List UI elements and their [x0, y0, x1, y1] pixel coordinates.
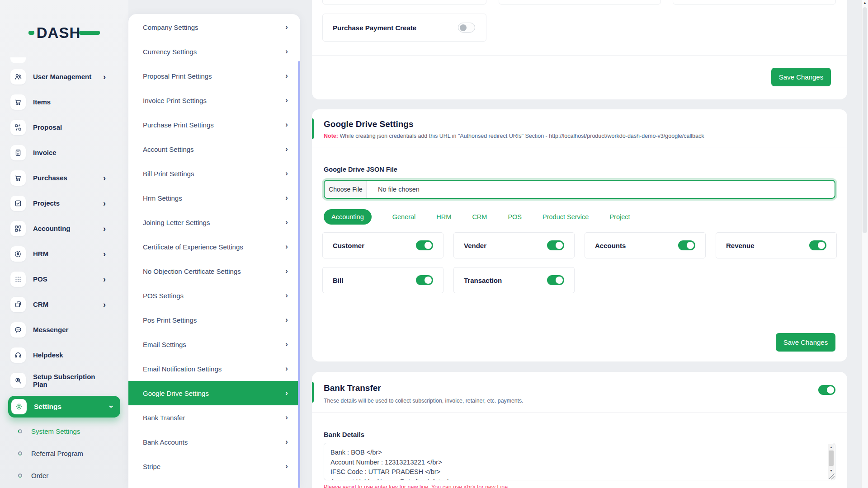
google-drive-json-file-input[interactable]: Choose File No file chosen: [324, 180, 835, 199]
settings-nav-item-paypal[interactable]: Paypal›: [128, 479, 300, 488]
settings-nav-item-purchase-print-settings[interactable]: Purchase Print Settings›: [128, 113, 300, 137]
sidebar-item-crm[interactable]: CRM›: [0, 292, 128, 317]
module-cell-transaction: Transaction: [453, 267, 575, 293]
sidebar-item-projects[interactable]: Projects›: [0, 191, 128, 216]
settings-nav-item-account-settings[interactable]: Account Settings›: [128, 137, 300, 161]
submenu-item-system-settings[interactable]: System Settings: [0, 420, 128, 442]
revenue-toggle[interactable]: [809, 240, 826, 250]
settings-nav-item-proposal-print-settings[interactable]: Proposal Print Settings›: [128, 64, 300, 88]
settings-nav-item-bank-accounts[interactable]: Bank Accounts›: [128, 430, 300, 454]
scrollbar-thumb[interactable]: [863, 7, 867, 233]
note-label: Note:: [324, 133, 338, 139]
chevron-right-icon: ›: [285, 96, 288, 105]
scroll-up-icon[interactable]: ▲: [862, 1, 868, 5]
sidebar-item-messenger[interactable]: Messenger: [0, 317, 128, 343]
tab-product-service[interactable]: Product Service: [542, 213, 589, 221]
bill-toggle[interactable]: [416, 275, 433, 285]
gear-icon: [11, 399, 27, 414]
purchase-payment-create-label: Purchase Payment Create: [333, 24, 416, 32]
resize-handle-icon[interactable]: [829, 474, 835, 479]
settings-nav-item-email-settings[interactable]: Email Settings›: [128, 332, 300, 357]
sidebar-item-label: Projects: [33, 199, 60, 207]
sidebar-item-setup-subscription-plan[interactable]: Setup Subscription Plan: [0, 368, 128, 393]
settings-nav-item-label: Currency Settings: [143, 48, 197, 56]
settings-nav-item-google-drive-settings[interactable]: Google Drive Settings›: [128, 381, 300, 405]
settings-nav-item-label: POS Settings: [143, 292, 184, 300]
bank-transfer-card: Bank Transfer These details will be used…: [312, 372, 847, 488]
scroll-down-icon[interactable]: ▼: [828, 467, 835, 474]
settings-nav-item-no-objection-certificate-settings[interactable]: No Objection Certificate Settings›: [128, 259, 300, 283]
tab-accounting[interactable]: Accounting: [324, 209, 372, 225]
settings-nav-item-label: Company Settings: [143, 23, 198, 31]
submenu-item-label: Referral Program: [31, 450, 83, 457]
tab-crm[interactable]: CRM: [472, 213, 487, 221]
settings-nav-item-company-settings[interactable]: Company Settings›: [128, 15, 300, 39]
tab-general[interactable]: General: [392, 213, 416, 221]
sidebar-item-items[interactable]: Items: [0, 89, 128, 115]
sidebar-item-pos[interactable]: POS›: [0, 267, 128, 292]
bank-transfer-toggle[interactable]: [818, 385, 835, 395]
sidebar-item-label: Proposal: [33, 123, 62, 131]
google-drive-settings-card: Google Drive Settings Note: While creati…: [312, 109, 847, 361]
settings-nav-item-email-notification-settings[interactable]: Email Notification Settings›: [128, 357, 300, 381]
dash-logo: DASH: [0, 25, 128, 40]
settings-nav-item-bank-transfer[interactable]: Bank Transfer›: [128, 405, 300, 430]
chat-bubble-icon: [10, 322, 26, 338]
cart-icon: [10, 170, 26, 186]
purchase-payment-create-cell: Purchase Payment Create: [322, 14, 486, 42]
module-label: Vender: [464, 242, 486, 249]
choose-file-button[interactable]: Choose File: [325, 181, 367, 198]
chevron-right-icon: ›: [285, 169, 288, 178]
tab-pos[interactable]: POS: [508, 213, 522, 221]
submenu-item-order[interactable]: Order: [0, 465, 128, 487]
sidebar-item-hrm[interactable]: HRM›: [0, 241, 128, 267]
chevron-right-icon: ›: [285, 193, 288, 202]
settings-nav-item-label: Google Drive Settings: [143, 389, 209, 397]
settings-nav-item-pos-settings[interactable]: POS Settings›: [128, 283, 300, 308]
sidebar-item-proposal[interactable]: Proposal: [0, 115, 128, 140]
transaction-toggle[interactable]: [547, 275, 564, 285]
tab-project[interactable]: Project: [609, 213, 630, 221]
tab-hrm[interactable]: HRM: [436, 213, 451, 221]
vender-toggle[interactable]: [547, 240, 564, 250]
settings-nav-item-certificate-of-experience-settings[interactable]: Certificate of Experience Settings›: [128, 235, 300, 259]
accounts-toggle[interactable]: [678, 240, 695, 250]
purchase-payment-create-toggle[interactable]: [458, 23, 475, 33]
chevron-right-icon: ›: [285, 47, 288, 56]
scroll-up-icon[interactable]: ▲: [828, 444, 835, 450]
settings-nav-item-stripe[interactable]: Stripe›: [128, 454, 300, 479]
module-cell-vender: Vender: [453, 232, 575, 258]
save-changes-button[interactable]: Save Changes: [771, 68, 831, 86]
bank-transfer-title: Bank Transfer: [324, 383, 381, 393]
scrollbar-thumb[interactable]: [829, 450, 834, 466]
settings-nav-panel: Company Settings›Currency Settings›Propo…: [128, 14, 300, 488]
settings-nav-item-label: Email Settings: [143, 341, 186, 348]
customer-toggle[interactable]: [416, 240, 433, 250]
module-label: Accounts: [595, 242, 626, 249]
settings-nav-item-pos-print-settings[interactable]: Pos Print Settings›: [128, 308, 300, 332]
sidebar-item-invoice[interactable]: Invoice: [0, 140, 128, 165]
module-label: Transaction: [464, 277, 502, 284]
sidebar-item-user-management[interactable]: User Management›: [0, 64, 128, 89]
primary-sidebar: DASH User Management›ItemsProposalInvoic…: [0, 0, 128, 488]
settings-nav-item-currency-settings[interactable]: Currency Settings›: [128, 39, 300, 64]
settings-nav-item-joining-letter-settings[interactable]: Joining Letter Settings›: [128, 210, 300, 235]
settings-nav-item-hrm-settings[interactable]: Hrm Settings›: [128, 186, 300, 210]
bank-details-textarea[interactable]: Bank : BOB </br>Account Number : 1231321…: [324, 443, 835, 480]
logo-dot-icon: [28, 31, 34, 35]
note-text: While creating json credentials add this…: [338, 133, 704, 139]
sidebar-item-accounting[interactable]: Accounting›: [0, 216, 128, 241]
toggle-knob: [460, 24, 467, 31]
settings-nav-item-invoice-print-settings[interactable]: Invoice Print Settings›: [128, 88, 300, 113]
sidebar-item-purchases[interactable]: Purchases›: [0, 165, 128, 191]
submenu-item-referral-program[interactable]: Referral Program: [0, 442, 128, 465]
sidebar-item-label: CRM: [33, 300, 48, 308]
save-changes-button[interactable]: Save Changes: [776, 333, 835, 352]
page-scrollbar[interactable]: ▲: [861, 0, 868, 488]
sidebar-menu: User Management›ItemsProposalInvoicePurc…: [0, 64, 128, 487]
settings-nav-item-label: Stripe: [143, 463, 160, 470]
sidebar-item-settings[interactable]: Settings›: [8, 396, 120, 418]
sidebar-item-helpdesk[interactable]: Helpdesk: [0, 343, 128, 368]
clipped-setting-cell: [322, 0, 486, 5]
settings-nav-item-bill-print-settings[interactable]: Bill Print Settings›: [128, 161, 300, 186]
